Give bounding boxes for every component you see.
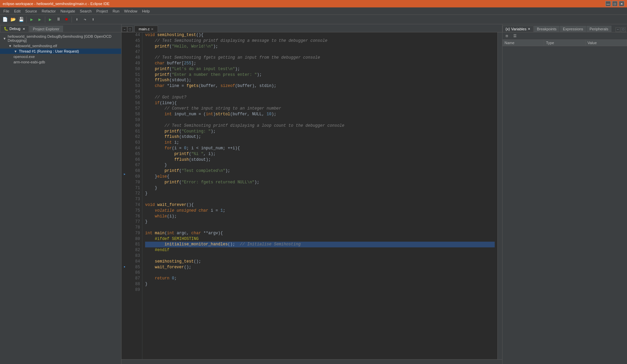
breakpoints-tab-label: Breakpoints — [537, 27, 556, 31]
variables-tab-close[interactable]: ✕ — [528, 27, 530, 31]
gutter-84 — [121, 297, 128, 303]
gutter-76 — [121, 244, 128, 250]
tree-item-openocd[interactable]: openocd.exe — [0, 54, 121, 59]
gutter-44 — [121, 32, 128, 39]
gutter-81 — [121, 277, 128, 283]
stop-button[interactable]: ■ — [63, 16, 70, 23]
tab-debug[interactable]: 🐛 Debug ✕ — [0, 25, 29, 32]
gutter-49 — [121, 65, 128, 72]
toolbar-separator-1 — [26, 17, 27, 23]
expand-icon-openocd — [8, 55, 12, 59]
menu-source[interactable]: Source — [23, 8, 39, 14]
maximize-button[interactable]: □ — [612, 1, 618, 6]
gutter-67 — [121, 184, 128, 191]
gutter-70 — [121, 204, 128, 211]
tree-item-debug-session[interactable]: ▼ helloworld_semihosting DebugBySemihost… — [0, 34, 121, 43]
menu-help[interactable]: Help — [140, 8, 152, 14]
gutter-52 — [121, 85, 128, 92]
step-return-button[interactable]: ⬆ — [89, 16, 97, 23]
gutter-54 — [121, 98, 128, 105]
expand-icon-gdb — [8, 60, 12, 64]
gutter-88 — [121, 323, 128, 330]
right-toolbar: ⊟ ☰ — [502, 32, 627, 40]
save-button[interactable]: 💾 — [18, 16, 25, 23]
menu-project[interactable]: Project — [94, 8, 110, 14]
tab-expressions[interactable]: Expressions — [560, 26, 586, 32]
editor-tab-label: main.c — [139, 27, 149, 31]
expand-icon-thread: ▼ — [13, 50, 18, 53]
peripherals-tab-label: Peripherals — [590, 27, 608, 31]
left-tabs: 🐛 Debug ✕ Project Explorer — [0, 24, 121, 32]
tree-item-thread[interactable]: ▼ Thread #1 (Running : User Request) — [0, 49, 121, 54]
gutter-87 — [121, 316, 128, 323]
gutter-57 — [121, 118, 128, 125]
gutter-53 — [121, 92, 128, 98]
menu-run[interactable]: Run — [111, 8, 121, 14]
expand-icon-elf: ▼ — [8, 44, 12, 48]
suspend-button[interactable]: ⏸ — [55, 16, 62, 23]
editor-area[interactable]: ➤ ● — [121, 32, 502, 359]
editor-scroll-vertical[interactable] — [497, 32, 502, 359]
gutter-85 — [121, 303, 128, 310]
tab-peripherals[interactable]: Peripherals — [587, 26, 611, 32]
minimize-editor-button[interactable]: – — [122, 27, 127, 32]
menu-file[interactable]: File — [1, 8, 11, 14]
right-panel: {x} Variables ✕ Breakpoints Expressions … — [502, 24, 627, 364]
menu-window[interactable]: Window — [122, 8, 139, 14]
gutter-64 — [121, 164, 128, 171]
thread-label: Thread #1 (Running : User Request) — [19, 49, 79, 53]
debug-button[interactable]: ▶ — [28, 16, 35, 23]
toolbar-separator-2 — [45, 17, 45, 23]
tree-item-elf[interactable]: ▼ helloworld_semihosting.elf — [0, 43, 121, 49]
step-over-button[interactable]: ↷ — [81, 16, 89, 23]
code-content[interactable]: void semihosting_test(){ // Test Semihos… — [142, 32, 497, 359]
gutter-77 — [121, 250, 128, 257]
gutter-62 — [121, 151, 128, 158]
gutter-63 — [121, 158, 128, 164]
toolbar-separator-3 — [72, 17, 72, 23]
gutter-56 — [121, 112, 128, 118]
new-button[interactable]: 📄 — [1, 16, 9, 23]
gutter-83 — [121, 290, 128, 297]
variables-header: Name Type Value — [502, 40, 627, 46]
gutter-45 — [121, 39, 128, 46]
expressions-tab-label: Expressions — [563, 27, 583, 31]
window-controls: — □ ✕ — [605, 1, 624, 6]
right-tabs: {x} Variables ✕ Breakpoints Expressions … — [502, 24, 627, 32]
menu-search[interactable]: Search — [78, 8, 94, 14]
left-tree: ▼ helloworld_semihosting DebugBySemihost… — [0, 32, 121, 364]
variables-tab-label: Variables — [511, 27, 526, 31]
tab-variables[interactable]: {x} Variables ✕ — [502, 26, 534, 32]
step-into-button[interactable]: ⬇ — [73, 16, 81, 23]
gutter-82 — [121, 283, 128, 290]
gutter-71 — [121, 211, 128, 217]
maximize-editor-button[interactable]: □ — [127, 27, 133, 32]
editor-tab-close[interactable]: ✕ — [151, 27, 154, 31]
menu-edit[interactable]: Edit — [12, 8, 23, 14]
gutter-80 — [121, 270, 128, 277]
close-button[interactable]: ✕ — [619, 1, 624, 6]
title-bar: eclipse-workspace - helloworld_semihosti… — [0, 0, 627, 7]
gutter-78 — [121, 257, 128, 264]
elf-label: helloworld_semihosting.elf — [13, 44, 57, 48]
editor-tabs: – □ main.c ✕ — [121, 24, 502, 32]
tab-main-c[interactable]: main.c ✕ — [134, 26, 158, 32]
left-panel: 🐛 Debug ✕ Project Explorer ▼ helloworld_… — [0, 24, 121, 364]
tab-project-explorer[interactable]: Project Explorer — [29, 26, 63, 32]
gutter-65: ➤ — [121, 171, 128, 178]
tree-item-gdb[interactable]: arm-none-eabi-gdb — [0, 59, 121, 65]
minimize-vars-button[interactable]: – — [616, 27, 620, 32]
resume-button[interactable]: ▶ — [47, 16, 54, 23]
editor-wrapper: ➤ ● — [121, 32, 502, 364]
maximize-vars-button[interactable]: □ — [621, 27, 626, 32]
gutter-69 — [121, 198, 128, 204]
open-button[interactable]: 📂 — [9, 16, 17, 23]
menu-refactor[interactable]: Refactor — [40, 8, 58, 14]
view-menu-button[interactable]: ☰ — [511, 32, 519, 40]
minimize-button[interactable]: — — [605, 1, 611, 6]
collapse-all-button[interactable]: ⊟ — [503, 32, 511, 40]
run-button[interactable]: ▶ — [36, 16, 44, 23]
menu-navigate[interactable]: Navigate — [58, 8, 77, 14]
editor-scroll-horizontal[interactable] — [121, 359, 502, 364]
tab-breakpoints[interactable]: Breakpoints — [534, 26, 560, 32]
